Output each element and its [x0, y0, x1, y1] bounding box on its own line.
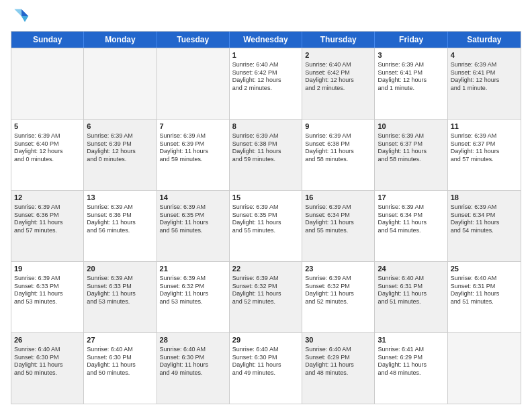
day-number: 18 [451, 193, 518, 203]
cal-cell: 9Sunrise: 6:39 AM Sunset: 6:38 PM Daylig… [302, 120, 375, 190]
cell-info: Sunrise: 6:39 AM Sunset: 6:32 PM Dayligh… [305, 275, 371, 306]
header [11, 7, 521, 26]
cal-cell [448, 333, 521, 404]
calendar-header-row: SundayMondayTuesdayWednesdayThursdayFrid… [11, 32, 521, 48]
day-number: 11 [451, 122, 518, 132]
day-number: 29 [232, 335, 299, 345]
cal-cell: 25Sunrise: 6:40 AM Sunset: 6:31 PM Dayli… [448, 262, 521, 332]
cell-info: Sunrise: 6:39 AM Sunset: 6:41 PM Dayligh… [378, 61, 444, 93]
svg-marker-0 [21, 9, 29, 17]
cell-info: Sunrise: 6:39 AM Sunset: 6:34 PM Dayligh… [378, 203, 444, 235]
cell-info: Sunrise: 6:39 AM Sunset: 6:36 PM Dayligh… [87, 203, 153, 235]
day-number: 3 [378, 50, 444, 60]
cal-cell: 10Sunrise: 6:39 AM Sunset: 6:37 PM Dayli… [375, 120, 447, 190]
cell-info: Sunrise: 6:41 AM Sunset: 6:29 PM Dayligh… [378, 346, 444, 377]
cell-info: Sunrise: 6:39 AM Sunset: 6:33 PM Dayligh… [87, 275, 153, 306]
cal-cell: 12Sunrise: 6:39 AM Sunset: 6:36 PM Dayli… [11, 191, 84, 261]
day-number: 17 [378, 193, 444, 203]
svg-marker-2 [14, 9, 21, 17]
header-day-monday: Monday [84, 32, 157, 48]
cell-info: Sunrise: 6:39 AM Sunset: 6:33 PM Dayligh… [14, 275, 81, 306]
cal-cell [157, 48, 230, 119]
cell-info: Sunrise: 6:40 AM Sunset: 6:42 PM Dayligh… [305, 61, 371, 93]
cell-info: Sunrise: 6:39 AM Sunset: 6:32 PM Dayligh… [232, 275, 299, 306]
cell-info: Sunrise: 6:40 AM Sunset: 6:42 PM Dayligh… [232, 61, 299, 93]
cell-info: Sunrise: 6:39 AM Sunset: 6:39 PM Dayligh… [160, 132, 226, 164]
day-number: 13 [87, 193, 153, 203]
week-row-2: 5Sunrise: 6:39 AM Sunset: 6:40 PM Daylig… [11, 119, 521, 190]
page: SundayMondayTuesdayWednesdayThursdayFrid… [0, 0, 532, 411]
cal-cell: 19Sunrise: 6:39 AM Sunset: 6:33 PM Dayli… [11, 262, 84, 332]
header-day-sunday: Sunday [11, 32, 84, 48]
cell-info: Sunrise: 6:40 AM Sunset: 6:31 PM Dayligh… [451, 275, 518, 306]
header-day-tuesday: Tuesday [157, 32, 230, 48]
cal-cell: 29Sunrise: 6:40 AM Sunset: 6:30 PM Dayli… [230, 333, 302, 404]
cell-info: Sunrise: 6:39 AM Sunset: 6:35 PM Dayligh… [232, 203, 299, 235]
logo [11, 7, 32, 26]
cal-cell: 2Sunrise: 6:40 AM Sunset: 6:42 PM Daylig… [302, 48, 375, 119]
day-number: 25 [451, 264, 518, 274]
header-day-friday: Friday [375, 32, 447, 48]
cal-cell: 14Sunrise: 6:39 AM Sunset: 6:35 PM Dayli… [157, 191, 230, 261]
week-row-5: 26Sunrise: 6:40 AM Sunset: 6:30 PM Dayli… [11, 332, 521, 404]
cell-info: Sunrise: 6:39 AM Sunset: 6:34 PM Dayligh… [305, 203, 371, 235]
cell-info: Sunrise: 6:39 AM Sunset: 6:35 PM Dayligh… [160, 203, 226, 235]
cal-cell: 16Sunrise: 6:39 AM Sunset: 6:34 PM Dayli… [302, 191, 375, 261]
calendar: SundayMondayTuesdayWednesdayThursdayFrid… [11, 31, 521, 404]
cal-cell: 3Sunrise: 6:39 AM Sunset: 6:41 PM Daylig… [375, 48, 447, 119]
cal-cell: 1Sunrise: 6:40 AM Sunset: 6:42 PM Daylig… [230, 48, 302, 119]
cell-info: Sunrise: 6:39 AM Sunset: 6:39 PM Dayligh… [87, 132, 153, 164]
day-number: 15 [232, 193, 299, 203]
header-day-saturday: Saturday [448, 32, 521, 48]
cal-cell: 27Sunrise: 6:40 AM Sunset: 6:30 PM Dayli… [84, 333, 157, 404]
cal-cell: 6Sunrise: 6:39 AM Sunset: 6:39 PM Daylig… [84, 120, 157, 190]
day-number: 10 [378, 122, 444, 132]
week-row-1: 1Sunrise: 6:40 AM Sunset: 6:42 PM Daylig… [11, 48, 521, 119]
calendar-body: 1Sunrise: 6:40 AM Sunset: 6:42 PM Daylig… [11, 48, 521, 404]
day-number: 8 [232, 122, 299, 132]
day-number: 27 [87, 335, 153, 345]
day-number: 7 [160, 122, 226, 132]
cal-cell: 21Sunrise: 6:39 AM Sunset: 6:32 PM Dayli… [157, 262, 230, 332]
day-number: 19 [14, 264, 81, 274]
day-number: 1 [232, 50, 299, 60]
day-number: 24 [378, 264, 444, 274]
day-number: 14 [160, 193, 226, 203]
cal-cell: 13Sunrise: 6:39 AM Sunset: 6:36 PM Dayli… [84, 191, 157, 261]
cal-cell: 23Sunrise: 6:39 AM Sunset: 6:32 PM Dayli… [302, 262, 375, 332]
cal-cell: 22Sunrise: 6:39 AM Sunset: 6:32 PM Dayli… [230, 262, 302, 332]
svg-marker-1 [21, 16, 29, 22]
cal-cell: 20Sunrise: 6:39 AM Sunset: 6:33 PM Dayli… [84, 262, 157, 332]
day-number: 28 [160, 335, 226, 345]
cell-info: Sunrise: 6:39 AM Sunset: 6:32 PM Dayligh… [160, 275, 226, 306]
cell-info: Sunrise: 6:39 AM Sunset: 6:37 PM Dayligh… [451, 132, 518, 164]
cal-cell: 26Sunrise: 6:40 AM Sunset: 6:30 PM Dayli… [11, 333, 84, 404]
cal-cell [11, 48, 84, 119]
cal-cell: 18Sunrise: 6:39 AM Sunset: 6:34 PM Dayli… [448, 191, 521, 261]
cell-info: Sunrise: 6:40 AM Sunset: 6:29 PM Dayligh… [305, 346, 371, 377]
cell-info: Sunrise: 6:39 AM Sunset: 6:38 PM Dayligh… [305, 132, 371, 164]
day-number: 20 [87, 264, 153, 274]
week-row-4: 19Sunrise: 6:39 AM Sunset: 6:33 PM Dayli… [11, 261, 521, 332]
day-number: 5 [14, 122, 81, 132]
cell-info: Sunrise: 6:39 AM Sunset: 6:40 PM Dayligh… [14, 132, 81, 164]
cell-info: Sunrise: 6:40 AM Sunset: 6:30 PM Dayligh… [232, 346, 299, 377]
cal-cell: 7Sunrise: 6:39 AM Sunset: 6:39 PM Daylig… [157, 120, 230, 190]
cal-cell: 15Sunrise: 6:39 AM Sunset: 6:35 PM Dayli… [230, 191, 302, 261]
day-number: 2 [305, 50, 371, 60]
day-number: 23 [305, 264, 371, 274]
cal-cell: 4Sunrise: 6:39 AM Sunset: 6:41 PM Daylig… [448, 48, 521, 119]
cal-cell: 17Sunrise: 6:39 AM Sunset: 6:34 PM Dayli… [375, 191, 447, 261]
cell-info: Sunrise: 6:39 AM Sunset: 6:36 PM Dayligh… [14, 203, 81, 235]
cell-info: Sunrise: 6:39 AM Sunset: 6:37 PM Dayligh… [378, 132, 444, 164]
day-number: 4 [451, 50, 518, 60]
day-number: 6 [87, 122, 153, 132]
day-number: 12 [14, 193, 81, 203]
cell-info: Sunrise: 6:40 AM Sunset: 6:30 PM Dayligh… [14, 346, 81, 377]
header-day-wednesday: Wednesday [230, 32, 302, 48]
logo-icon [11, 7, 30, 26]
day-number: 30 [305, 335, 371, 345]
cal-cell: 24Sunrise: 6:40 AM Sunset: 6:31 PM Dayli… [375, 262, 447, 332]
cal-cell: 28Sunrise: 6:40 AM Sunset: 6:30 PM Dayli… [157, 333, 230, 404]
cell-info: Sunrise: 6:40 AM Sunset: 6:31 PM Dayligh… [378, 275, 444, 306]
